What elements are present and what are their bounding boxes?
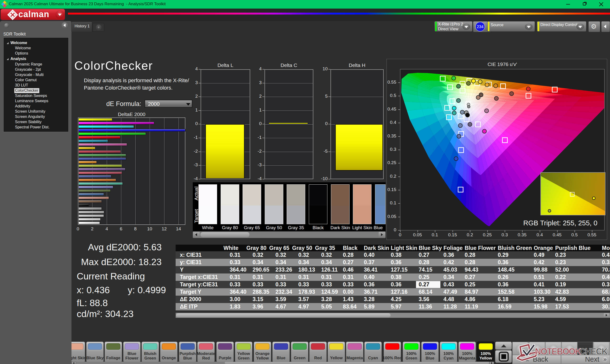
svg-text:CHECK: CHECK: [579, 347, 608, 356]
svg-text:NOTEBOOK: NOTEBOOK: [535, 347, 581, 356]
